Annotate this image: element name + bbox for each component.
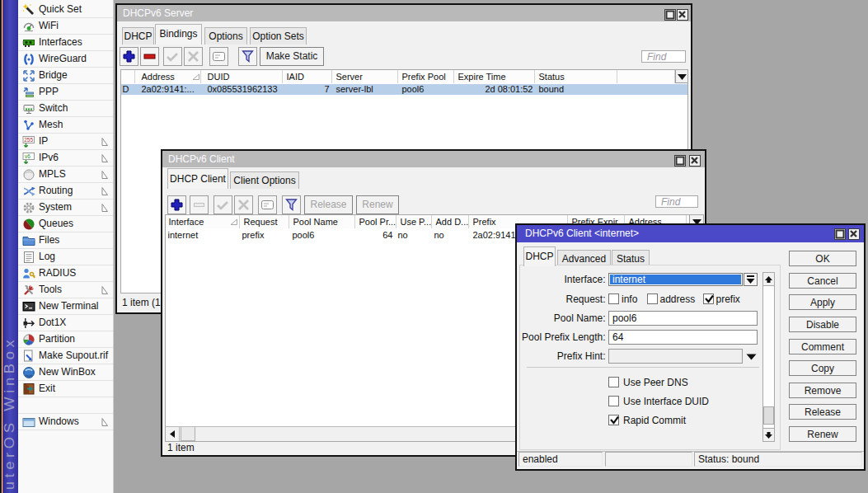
svg-text:255: 255 [24, 137, 33, 143]
svg-text:v6: v6 [25, 153, 30, 159]
